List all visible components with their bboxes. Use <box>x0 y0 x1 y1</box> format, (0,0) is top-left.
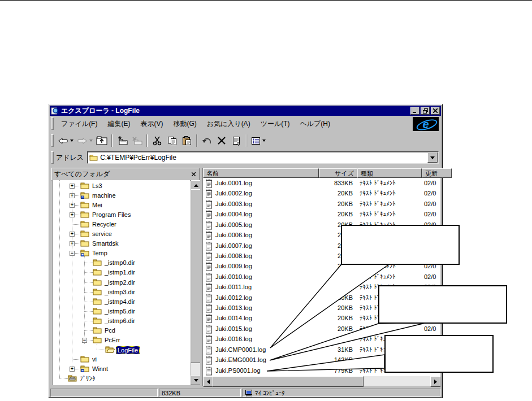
file-row-juki0003log[interactable]: Juki.0003.log20KBﾃｷｽﾄ ﾄﾞｷｭﾒﾝﾄ02/0 <box>203 199 441 210</box>
forward-button[interactable] <box>75 133 94 148</box>
views-button[interactable] <box>249 133 267 148</box>
tree-connector <box>84 321 93 321</box>
file-row-juki0001log[interactable]: Juki.0001.log833KBﾃｷｽﾄ ﾄﾞｷｭﾒﾝﾄ02/0 <box>203 178 441 189</box>
cut-button[interactable] <box>150 133 165 148</box>
menu-grip[interactable] <box>51 117 54 130</box>
delete-button[interactable] <box>214 133 229 148</box>
paste-icon <box>182 136 192 146</box>
folder-icon <box>80 230 90 238</box>
expand-toggle[interactable]: + <box>70 232 75 237</box>
file-size: 779KB <box>319 367 353 374</box>
close-button[interactable] <box>431 107 440 115</box>
tree-item-smartdsk[interactable]: +Smartdsk <box>53 239 188 249</box>
menu-item-2[interactable]: 表示(V) <box>135 117 168 130</box>
tree-item-[interactable]: ﾌﾟﾘﾝﾀ <box>53 374 188 383</box>
list-horizontal-scrollbar[interactable] <box>203 376 441 386</box>
collapse-toggle[interactable]: − <box>70 251 75 256</box>
expand-toggle[interactable]: + <box>70 367 75 372</box>
tree-item-machine[interactable]: +machine <box>53 191 188 200</box>
tree-item-logfile[interactable]: LogFile <box>53 345 188 355</box>
paste-button[interactable] <box>179 133 194 148</box>
menu-item-6[interactable]: ヘルプ(H) <box>295 117 336 130</box>
tree-item-istmp4dir[interactable]: _istmp4.dir <box>53 297 188 307</box>
list-scroll-thumb[interactable] <box>213 376 364 387</box>
column-header-modified[interactable]: 更新 <box>422 168 452 178</box>
menu-item-3[interactable]: 移動(G) <box>168 117 201 130</box>
undo-button[interactable] <box>200 133 214 148</box>
file-row-juki0010log[interactable]: Juki.0010.log20KBﾃｷｽﾄ ﾄﾞｷｭﾒﾝﾄ02/0 <box>203 272 441 282</box>
menu-bar: ファイル(F)編集(E)表示(V)移動(G)お気に入り(A)ツール(T)ヘルプ(… <box>50 116 441 132</box>
address-grip[interactable] <box>51 151 54 164</box>
menu-item-1[interactable]: 編集(E) <box>102 117 135 130</box>
file-date: 02/0 <box>424 273 441 280</box>
page-top-rule <box>0 0 532 1</box>
copy-button[interactable] <box>165 133 179 148</box>
page-canvas: エクスプローラ - LogFile <box>0 0 532 401</box>
tree-item-service[interactable]: +service <box>53 229 188 239</box>
map-drive-button[interactable] <box>115 133 129 148</box>
back-button[interactable] <box>56 133 75 148</box>
scroll-right-button[interactable] <box>430 376 440 387</box>
close-folders-pane-button[interactable] <box>189 171 197 178</box>
text-document-icon <box>205 179 213 188</box>
menu-item-0[interactable]: ファイル(F) <box>56 117 102 130</box>
tree-item-istmp0dir[interactable]: _istmp0.dir <box>53 258 188 268</box>
tree-item-recycler[interactable]: Recycler <box>53 220 188 229</box>
tree-item-temp[interactable]: −Temp <box>53 249 188 258</box>
file-row-juki0004log[interactable]: Juki.0004.log20KBﾃｷｽﾄ ﾄﾞｷｭﾒﾝﾄ02/0 <box>203 210 441 220</box>
toolbar-grip[interactable] <box>51 134 54 147</box>
file-size: 20KB <box>319 325 353 332</box>
column-header-name[interactable]: 名前 <box>203 168 319 178</box>
tree-item-istmp6dir[interactable]: _istmp6.dir <box>53 316 188 326</box>
folder-icon <box>80 182 90 190</box>
file-row-juki0015log[interactable]: Juki.0015.log20KBﾃｷｽﾄ ﾄﾞｷｭﾒﾝﾄ02/0 <box>203 324 441 334</box>
column-header-type[interactable]: 種類 <box>357 168 422 178</box>
tree-item-winnt[interactable]: +Winnt <box>53 364 188 374</box>
menu-item-5[interactable]: ツール(T) <box>256 117 295 130</box>
file-size: 142KB <box>319 356 353 363</box>
tree-item-label: _istmp2.dir <box>103 279 136 286</box>
expand-toggle[interactable]: + <box>70 212 75 217</box>
expand-toggle[interactable]: + <box>70 203 75 208</box>
delete-icon <box>218 137 226 145</box>
status-bar: 832KB ﾏｲ ｺﾝﾋﾟｭｰﾀ <box>50 389 440 397</box>
tree-vertical-scrollbar[interactable] <box>191 180 200 385</box>
tree-item-mei[interactable]: +Mei <box>53 200 188 210</box>
folder-icon <box>93 298 102 306</box>
tree-item-ls3[interactable]: +Ls3 <box>53 181 188 191</box>
collapse-toggle[interactable]: − <box>82 338 87 343</box>
address-bar: アドレス C:¥TEMP¥PcErr¥LogFile <box>50 150 441 165</box>
tree-item-istmp1dir[interactable]: _istmp1.dir <box>53 268 188 277</box>
minimize-button[interactable] <box>410 107 419 115</box>
tree-item-programfiles[interactable]: +Program Files <box>53 210 188 220</box>
tree-item-istmp5dir[interactable]: _istmp5.dir <box>53 307 188 316</box>
menu-item-4[interactable]: お気に入り(A) <box>202 117 256 130</box>
scroll-left-button[interactable] <box>203 376 213 387</box>
folder-icon <box>93 317 102 325</box>
disconnect-icon <box>131 136 142 145</box>
tree-item-istmp2dir[interactable]: _istmp2.dir <box>53 278 188 287</box>
file-size: 31KB <box>319 346 353 353</box>
tree-connector <box>72 359 80 360</box>
tree-item-istmp3dir[interactable]: _istmp3.dir <box>53 287 188 297</box>
up-button[interactable] <box>94 133 109 148</box>
tree-item-vi[interactable]: vi <box>53 355 188 364</box>
file-name: Juki.PS0001.log <box>215 367 317 374</box>
expand-toggle[interactable]: + <box>70 241 75 246</box>
column-header-size[interactable]: サイズ <box>319 168 357 178</box>
address-dropdown-button[interactable] <box>427 152 438 163</box>
tree-item-pcd[interactable]: Pcd <box>53 326 188 335</box>
file-name: Juki.0010.log <box>215 273 317 280</box>
address-input[interactable]: C:¥TEMP¥PcErr¥LogFile <box>87 151 439 164</box>
expand-toggle[interactable]: + <box>70 184 75 189</box>
folder-icon <box>93 268 102 276</box>
restore-button[interactable] <box>421 107 430 115</box>
tree-item-pcerr[interactable]: −PcErr <box>53 335 188 345</box>
folder-icon <box>93 259 102 267</box>
folder-icon <box>80 239 90 247</box>
properties-button[interactable] <box>229 133 244 148</box>
file-row-juki0002log[interactable]: Juki.0002.log20KBﾃｷｽﾄ ﾄﾞｷｭﾒﾝﾄ02/0 <box>203 189 441 199</box>
disconnect-drive-button[interactable] <box>129 133 144 148</box>
file-name: Juki.0016.log <box>215 335 317 342</box>
expand-toggle[interactable]: + <box>70 193 75 198</box>
